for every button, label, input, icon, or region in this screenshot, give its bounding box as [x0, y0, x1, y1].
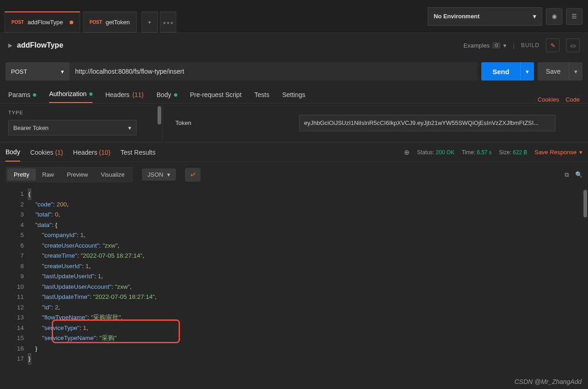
search-button[interactable]: 🔍 — [575, 171, 583, 178]
tab-prerequest[interactable]: Pre-request Script — [190, 86, 242, 103]
status-dot-icon — [89, 92, 93, 96]
comments-button[interactable]: ▭ — [566, 38, 580, 52]
tab-gettoken[interactable]: POST getToken — [83, 11, 137, 32]
sliders-icon: ☰ — [572, 13, 577, 20]
eye-icon: ◉ — [552, 13, 557, 20]
chevron-down-icon: ▾ — [128, 124, 131, 131]
tab-headers[interactable]: Headers (11) — [105, 86, 144, 103]
view-pretty[interactable]: Pretty — [7, 168, 36, 181]
environment-quicklook-button[interactable]: ◉ — [546, 8, 562, 25]
auth-type-select[interactable]: Bearer Token ▾ — [8, 120, 136, 135]
request-header: ▶ addFlowType Examples 0 ▾ | BUILD ✎ ▭ — [0, 33, 588, 58]
environment-label: No Environment — [434, 13, 479, 20]
wrap-lines-button[interactable]: ⤶ — [185, 168, 201, 182]
time-meta: Time: 6.57 s — [462, 149, 492, 156]
view-mode-tabs: Pretty Raw Preview Visualize — [5, 167, 133, 183]
save-button[interactable]: Save — [538, 62, 569, 81]
resp-tab-headers[interactable]: Headers (10) — [73, 144, 111, 161]
build-label: BUILD — [521, 42, 539, 49]
settings-button[interactable]: ☰ — [566, 8, 583, 25]
auth-type-label: TYPE — [8, 110, 154, 115]
examples-count: 0 — [492, 42, 501, 49]
tabs-area: POST addFlowType POST getToken + ∘∘∘ — [0, 0, 428, 32]
search-icon: 🔍 — [575, 171, 583, 178]
status-meta: Status: 200 OK — [417, 149, 454, 156]
response-body-viewer[interactable]: 1234567891011121314151617 { "code": 200,… — [0, 187, 588, 366]
copy-icon: ⧉ — [565, 171, 569, 178]
tab-options-button[interactable]: ∘∘∘ — [160, 11, 176, 32]
tab-settings[interactable]: Settings — [282, 86, 305, 103]
view-raw[interactable]: Raw — [36, 168, 60, 181]
tab-method: POST — [90, 20, 102, 25]
method-value: POST — [11, 68, 27, 75]
send-button[interactable]: Send — [481, 62, 520, 81]
chevron-down-icon: ▾ — [533, 13, 536, 20]
chevron-down-icon: ▾ — [579, 149, 583, 156]
url-input[interactable] — [70, 62, 478, 81]
new-tab-button[interactable]: + — [142, 11, 158, 32]
resp-tab-body[interactable]: Body — [5, 143, 20, 162]
tab-name: addFlowType — [27, 19, 63, 26]
send-options-button[interactable]: ▾ — [520, 62, 534, 81]
tab-addflowtype[interactable]: POST addFlowType — [5, 11, 80, 32]
format-select[interactable]: JSON ▾ — [142, 168, 176, 181]
resp-tab-cookies[interactable]: Cookies (1) — [30, 144, 63, 161]
status-dot-icon — [33, 93, 36, 97]
chevron-down-icon: ▾ — [61, 68, 64, 75]
view-preview[interactable]: Preview — [60, 168, 94, 181]
resp-tab-testresults[interactable]: Test Results — [120, 144, 155, 161]
token-input[interactable] — [299, 115, 555, 131]
environment-select[interactable]: No Environment ▾ — [428, 7, 542, 26]
dirty-indicator-icon — [70, 21, 73, 24]
edit-button[interactable]: ✎ — [546, 38, 560, 52]
tab-method: POST — [11, 20, 24, 25]
scrollbar[interactable] — [158, 106, 161, 124]
view-visualize[interactable]: Visualize — [94, 168, 131, 181]
code-link[interactable]: Code — [566, 96, 580, 103]
ellipsis-icon: ∘∘∘ — [163, 19, 174, 26]
code-content: { "code": 200, "total": 0, "data": { "co… — [28, 187, 588, 366]
copy-button[interactable]: ⧉ — [565, 171, 569, 178]
pencil-icon: ✎ — [550, 42, 555, 49]
tab-params[interactable]: Params — [8, 86, 36, 103]
tab-body[interactable]: Body — [157, 86, 177, 103]
size-meta: Size: 622 B — [499, 149, 527, 156]
request-name: addFlowType — [17, 41, 63, 49]
status-dot-icon — [174, 93, 177, 97]
tab-tests[interactable]: Tests — [255, 86, 270, 103]
scrollbar[interactable] — [583, 190, 587, 217]
cookies-link[interactable]: Cookies — [538, 96, 559, 103]
tab-name: getToken — [106, 19, 130, 26]
plus-icon: + — [148, 19, 152, 26]
save-response-dropdown[interactable]: Save Response ▾ — [534, 149, 583, 156]
comment-icon: ▭ — [570, 42, 576, 49]
examples-dropdown[interactable]: Examples 0 ▾ — [463, 42, 506, 49]
annotation-highlight — [52, 319, 180, 343]
chevron-down-icon: ▾ — [503, 42, 506, 49]
expand-arrow-icon[interactable]: ▶ — [8, 42, 12, 49]
line-gutter: 1234567891011121314151617 — [0, 187, 28, 366]
tab-authorization[interactable]: Authorization — [49, 86, 93, 103]
method-select[interactable]: POST ▾ — [5, 62, 70, 81]
chevron-down-icon: ▾ — [167, 171, 170, 178]
globe-icon[interactable]: ⊕ — [404, 148, 410, 157]
chevron-down-icon: ▾ — [574, 68, 577, 75]
watermark: CSDN @Mr_ZhangAdd — [515, 378, 582, 385]
chevron-down-icon: ▾ — [526, 68, 529, 75]
wrap-icon: ⤶ — [190, 170, 196, 179]
save-options-button[interactable]: ▾ — [569, 62, 583, 81]
token-label: Token — [175, 119, 299, 126]
